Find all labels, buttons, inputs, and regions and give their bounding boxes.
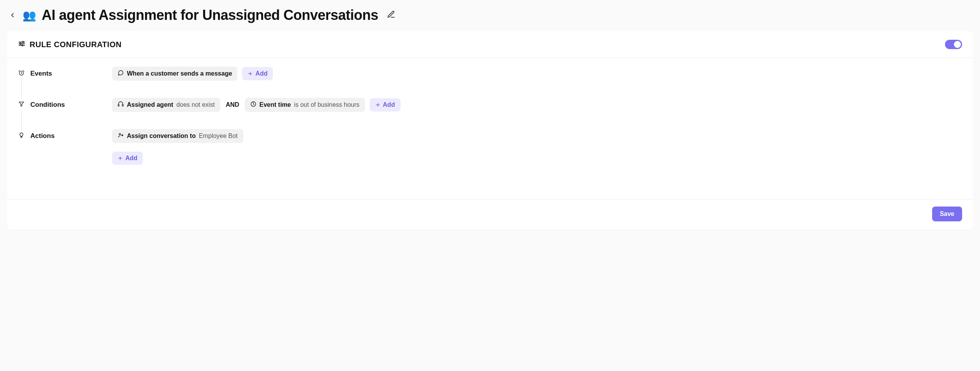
clock-icon	[250, 101, 256, 109]
actions-label: Actions	[30, 129, 107, 140]
rule-rows: Events When a customer sends a message A…	[7, 58, 973, 176]
page-header: 👥 AI agent Assignment for Unassigned Con…	[7, 7, 973, 31]
edit-title-button[interactable]	[387, 10, 397, 20]
condition-pill[interactable]: Assigned agent does not exist	[112, 98, 220, 112]
back-button[interactable]	[8, 11, 17, 20]
clock-alarm-icon	[18, 67, 25, 76]
message-icon	[118, 70, 124, 78]
add-event-button[interactable]: Add	[242, 67, 273, 80]
event-text: When a customer sends a message	[127, 70, 232, 77]
svg-point-15	[119, 133, 121, 135]
actions-row: Actions Assign conversation to Employee …	[18, 129, 962, 165]
page-title: AI agent Assignment for Unassigned Conve…	[42, 7, 378, 23]
svg-point-5	[22, 45, 23, 46]
save-button[interactable]: Save	[932, 207, 962, 221]
rule-config-card: RULE CONFIGURATION Events When a custome…	[7, 31, 973, 230]
connector-line	[21, 78, 22, 99]
add-action-button[interactable]: Add	[112, 152, 143, 165]
add-condition-button[interactable]: Add	[370, 98, 400, 111]
event-pill[interactable]: When a customer sends a message	[112, 67, 237, 81]
enabled-toggle[interactable]	[945, 40, 962, 49]
svg-marker-9	[19, 102, 24, 106]
connector-line	[21, 110, 22, 131]
svg-point-3	[23, 41, 24, 42]
action-pill[interactable]: Assign conversation to Employee Bot	[112, 129, 243, 143]
svg-rect-11	[122, 104, 123, 106]
card-header: RULE CONFIGURATION	[7, 31, 973, 58]
headset-icon	[118, 101, 124, 109]
events-label: Events	[30, 67, 107, 78]
funnel-icon	[18, 98, 25, 107]
section-title: RULE CONFIGURATION	[30, 40, 121, 49]
card-footer: Save	[7, 200, 973, 230]
condition-pill[interactable]: Event time is out of business hours	[245, 98, 365, 112]
condition-joiner: AND	[225, 101, 240, 108]
events-row: Events When a customer sends a message A…	[18, 67, 962, 81]
svg-point-4	[20, 43, 21, 44]
conditions-label: Conditions	[30, 98, 107, 109]
conditions-row: Conditions Assigned agent does not exist…	[18, 98, 962, 112]
person-arrow-icon	[118, 132, 124, 140]
svg-rect-10	[118, 104, 119, 106]
sliders-icon	[18, 40, 26, 49]
title-emoji: 👥	[23, 9, 36, 22]
